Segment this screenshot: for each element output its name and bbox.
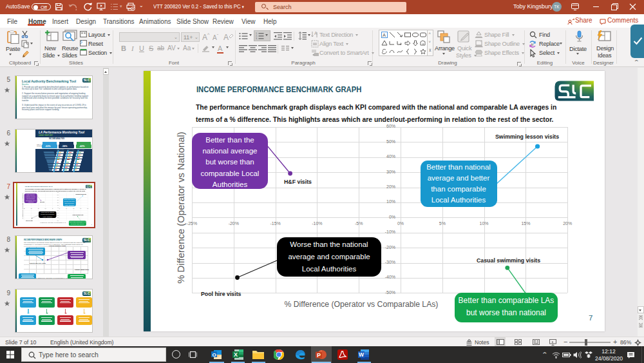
svg-text:3.: 3. (256, 37, 258, 39)
svg-text:P: P (317, 352, 321, 358)
svg-text:W: W (359, 351, 365, 358)
svg-text:O: O (212, 352, 216, 358)
svg-text:b: b (531, 43, 534, 46)
svg-text:X: X (234, 351, 238, 358)
svg-text:A: A (223, 33, 229, 41)
svg-text:A: A (383, 32, 386, 38)
